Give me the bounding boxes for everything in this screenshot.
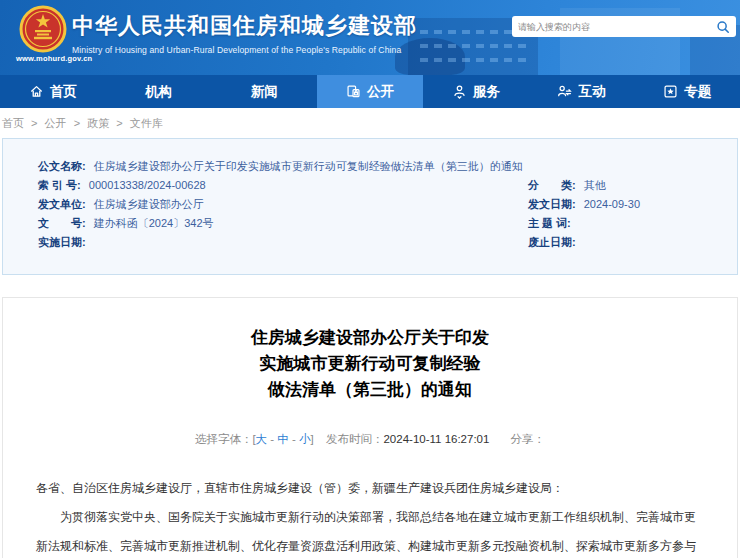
meta-label-issuer: 发文单位:	[38, 198, 86, 210]
service-icon	[452, 84, 467, 99]
building-windows-decoration	[420, 44, 530, 48]
nav-item-org[interactable]: 机构	[106, 75, 212, 108]
article-card: 住房城乡建设部办公厅关于印发 实施城市更新行动可复制经验 做法清单（第三批）的通…	[2, 297, 738, 558]
nav-label: 公开	[367, 83, 394, 101]
site-title-block: 中华人民共和国住房和城乡建设部 Ministry of Housing and …	[72, 11, 417, 55]
main-nav: 首页 机构 新闻 公开 服务	[0, 75, 740, 108]
meta-value-category: 其他	[584, 179, 606, 191]
home-icon	[29, 84, 44, 99]
breadcrumb-policy[interactable]: 政策	[87, 117, 109, 129]
site-header: www.mohurd.gov.cn 中华人民共和国住房和城乡建设部 Minist…	[0, 0, 740, 75]
meta-row-issuer: 发文单位: 住房城乡建设部办公厅	[38, 198, 528, 210]
topics-icon	[663, 84, 678, 99]
nav-label: 首页	[50, 83, 77, 101]
disclosure-icon	[346, 84, 361, 99]
site-title-chinese: 中华人民共和国住房和城乡建设部	[72, 11, 417, 41]
meta-value-issue-date: 2024-09-30	[584, 198, 640, 210]
font-size-medium-link[interactable]: 中	[277, 433, 289, 445]
building-windows-decoration	[420, 58, 530, 62]
meta-row-doc-number: 文 号: 建办科函〔2024〕342号	[38, 217, 528, 229]
meta-value-name: 住房城乡建设部办公厅关于印发实施城市更新行动可复制经验做法清单（第三批）的通知	[94, 160, 523, 172]
nav-item-disclosure[interactable]: 公开	[317, 75, 423, 108]
breadcrumb: 首页 > 公开 > 政策 > 文件库	[0, 108, 740, 138]
meta-row-abolish-date: 废止日期:	[528, 236, 640, 248]
breadcrumb-disclosure[interactable]: 公开	[45, 117, 67, 129]
meta-label-impl-date: 实施日期:	[38, 236, 86, 248]
nav-item-interaction[interactable]: 互动	[529, 75, 635, 108]
font-size-separator: -	[289, 433, 299, 445]
meta-label-subject: 主 题 词:	[528, 217, 571, 229]
search-box[interactable]	[512, 16, 736, 37]
font-select-label: 选择字体：[	[195, 433, 256, 445]
breadcrumb-library[interactable]: 文件库	[130, 117, 163, 129]
meta-value-issuer: 住房城乡建设部办公厅	[94, 198, 204, 210]
meta-value-doc-number: 建办科函〔2024〕342号	[94, 217, 214, 229]
nav-item-news[interactable]: 新闻	[211, 75, 317, 108]
breadcrumb-home[interactable]: 首页	[2, 117, 24, 129]
publish-time-value: 2024-10-11 16:27:01	[383, 433, 489, 445]
national-emblem-icon	[19, 5, 67, 53]
nav-item-topics[interactable]: 专题	[634, 75, 740, 108]
meta-value-index: 000013338/2024-00628	[89, 179, 206, 191]
meta-label-index: 索 引 号:	[38, 179, 81, 191]
nav-label: 互动	[578, 83, 605, 101]
search-input[interactable]	[518, 22, 716, 32]
document-meta-box: 公文名称: 住房城乡建设部办公厅关于印发实施城市更新行动可复制经验做法清单（第三…	[2, 138, 738, 275]
breadcrumb-separator: >	[116, 117, 122, 129]
font-size-small-link[interactable]: 小	[299, 433, 311, 445]
meta-row-name: 公文名称: 住房城乡建设部办公厅关于印发实施城市更新行动可复制经验做法清单（第三…	[38, 160, 727, 172]
meta-row-subject: 主 题 词:	[528, 217, 640, 229]
meta-label-doc-number: 文 号:	[38, 217, 86, 229]
interaction-icon	[557, 84, 572, 99]
publish-time-label: 发布时间：	[326, 433, 384, 445]
meta-row-issue-date: 发文日期: 2024-09-30	[528, 198, 640, 210]
meta-label-name: 公文名称:	[38, 160, 86, 172]
national-emblem: www.mohurd.gov.cn	[16, 5, 70, 63]
nav-item-services[interactable]: 服务	[423, 75, 529, 108]
meta-row-impl-date: 实施日期:	[38, 236, 528, 248]
share-label: 分享：	[511, 433, 546, 445]
meta-row-category: 分 类: 其他	[528, 179, 640, 191]
article-meta-row: 选择字体：[大 - 中 - 小] 发布时间：2024-10-11 16:27:0…	[36, 432, 704, 447]
nav-label: 新闻	[251, 83, 278, 101]
font-select-bracket: ]	[311, 433, 314, 445]
meta-row-index: 索 引 号: 000013338/2024-00628	[38, 179, 528, 191]
nav-label: 机构	[145, 83, 172, 101]
search-icon[interactable]	[716, 20, 730, 34]
article-title: 住房城乡建设部办公厅关于印发 实施城市更新行动可复制经验 做法清单（第三批）的通…	[36, 325, 704, 403]
nav-label: 服务	[473, 83, 500, 101]
article-paragraph: 为贯彻落实党中央、国务院关于实施城市更新行动的决策部署，我部总结各地在建立城市更…	[36, 503, 704, 558]
publish-time-block: 发布时间：2024-10-11 16:27:01	[326, 433, 489, 445]
site-url: www.mohurd.gov.cn	[16, 54, 70, 63]
meta-label-issue-date: 发文日期:	[528, 198, 576, 210]
breadcrumb-separator: >	[74, 117, 80, 129]
article-salutation: 各省、自治区住房城乡建设厅，直辖市住房城乡建设（管）委，新疆生产建设兵团住房城乡…	[36, 474, 704, 503]
nav-label: 专题	[684, 83, 711, 101]
font-size-large-link[interactable]: 大	[256, 433, 268, 445]
font-size-separator: -	[267, 433, 277, 445]
meta-label-abolish-date: 废止日期:	[528, 236, 576, 248]
article-body: 各省、自治区住房城乡建设厅，直辖市住房城乡建设（管）委，新疆生产建设兵团住房城乡…	[36, 474, 704, 558]
breadcrumb-separator: >	[31, 117, 37, 129]
meta-label-category: 分 类:	[528, 179, 576, 191]
site-title-english: Ministry of Housing and Urban-Rural Deve…	[72, 45, 417, 55]
nav-item-home[interactable]: 首页	[0, 75, 106, 108]
